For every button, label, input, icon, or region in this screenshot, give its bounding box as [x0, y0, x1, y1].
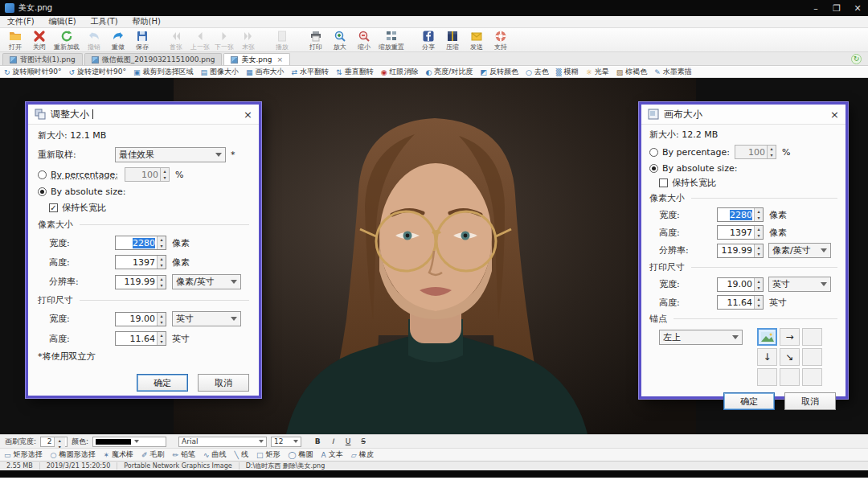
- print-button[interactable]: 打印: [304, 28, 328, 52]
- brush-tool[interactable]: ✐毛刷: [141, 449, 165, 460]
- sepia-button[interactable]: ▨棕褐色: [616, 67, 648, 77]
- font-size-dropdown[interactable]: 12: [271, 437, 301, 447]
- rotate-cw-button[interactable]: ↻旋转顺时针90°: [4, 67, 62, 77]
- image-size-button[interactable]: ▤图像大小: [201, 67, 240, 77]
- height-input[interactable]: 1397: [717, 225, 764, 240]
- percentage-spinner[interactable]: [767, 146, 776, 158]
- width-input[interactable]: 2280: [717, 207, 764, 222]
- anchor-cell-bottomright[interactable]: [802, 368, 822, 386]
- brush-width-input[interactable]: 2: [40, 437, 68, 447]
- curve-tool[interactable]: ∿曲线: [203, 449, 227, 460]
- line-tool[interactable]: ╲线: [235, 449, 248, 460]
- cancel-button[interactable]: 取消: [198, 374, 249, 392]
- ok-button[interactable]: 确定: [723, 392, 775, 410]
- zoom-reset-button[interactable]: 缩放重置: [376, 28, 407, 52]
- save-button[interactable]: 保存: [130, 28, 154, 52]
- print-height-spinner[interactable]: [754, 296, 763, 309]
- font-dropdown[interactable]: Arial: [178, 437, 267, 447]
- width-spinner[interactable]: [754, 208, 763, 221]
- width-input[interactable]: 2280: [115, 236, 166, 250]
- menu-tools[interactable]: 工具(T): [84, 16, 125, 27]
- rotate-ccw-button[interactable]: ↺旋转逆时针90°: [69, 67, 127, 77]
- color-dropdown[interactable]: [92, 437, 166, 447]
- menu-file[interactable]: 文件(F): [0, 16, 42, 27]
- resolution-input[interactable]: 119.99: [115, 275, 166, 289]
- canvas-size-button[interactable]: ▦画布大小: [246, 67, 285, 77]
- print-width-input[interactable]: 19.00: [115, 312, 166, 326]
- percentage-spinner[interactable]: [160, 168, 169, 181]
- anchor-cell-center[interactable]: ↘: [780, 348, 800, 366]
- magic-wand-tool[interactable]: ✶魔术棒: [103, 449, 133, 460]
- anchor-cell-topleft[interactable]: [757, 328, 777, 346]
- next-image-button[interactable]: 下一张: [212, 28, 236, 52]
- crop-button[interactable]: ▣裁剪到选择区域: [133, 67, 194, 77]
- keep-ratio-checkbox[interactable]: [49, 203, 58, 212]
- close-window-button[interactable]: ✕: [847, 0, 868, 16]
- height-input[interactable]: 1397: [115, 255, 166, 269]
- redo-button[interactable]: 重做: [106, 28, 130, 52]
- share-button[interactable]: 分享: [416, 28, 440, 52]
- desaturate-button[interactable]: ○去色: [526, 67, 549, 77]
- bold-button[interactable]: B: [312, 437, 323, 445]
- resize-dialog-titlebar[interactable]: 调整大小 ×: [28, 105, 259, 125]
- print-height-input[interactable]: 11.64: [717, 295, 764, 310]
- eraser-tool[interactable]: ▱橡皮: [351, 449, 374, 460]
- ellipse-select-tool[interactable]: ○椭圆形选择: [51, 449, 96, 460]
- menu-edit[interactable]: 编辑(E): [42, 16, 84, 27]
- flip-vertical-button[interactable]: ⇅垂直翻转: [336, 67, 374, 77]
- anchor-dropdown[interactable]: 左上: [659, 330, 743, 345]
- minimize-button[interactable]: –: [805, 0, 826, 16]
- print-width-unit-dropdown[interactable]: 英寸: [172, 311, 241, 326]
- percentage-input[interactable]: 100: [735, 145, 776, 159]
- anchor-cell-left[interactable]: ↓: [757, 348, 777, 366]
- print-width-spinner[interactable]: [754, 278, 763, 291]
- red-eye-button[interactable]: ◉红眼消除: [381, 67, 419, 77]
- invert-colors-button[interactable]: ◩反转颜色: [480, 67, 518, 77]
- brush-width-spinner[interactable]: [54, 437, 68, 446]
- print-height-input[interactable]: 11.64: [115, 331, 166, 346]
- by-absolute-radio[interactable]: [38, 187, 47, 196]
- open-button[interactable]: 打开: [3, 28, 27, 52]
- canvas-dialog-close-icon[interactable]: ×: [830, 109, 839, 121]
- resample-dropdown[interactable]: 最佳效果: [115, 147, 226, 162]
- support-button[interactable]: 支持: [489, 28, 513, 52]
- undo-button[interactable]: 撤销: [82, 28, 106, 52]
- flip-horizontal-button[interactable]: ⇄水平翻转: [292, 67, 330, 77]
- percentage-input[interactable]: 100: [125, 167, 170, 182]
- resolution-spinner[interactable]: [754, 244, 763, 257]
- brightness-contrast-button[interactable]: ◐亮度/对比度: [426, 67, 473, 77]
- tab-file-active[interactable]: 美女.png ×: [223, 53, 290, 65]
- resolution-unit-dropdown[interactable]: 像素/英寸: [768, 243, 831, 258]
- menu-help[interactable]: 帮助(H): [125, 16, 168, 27]
- by-absolute-radio[interactable]: [649, 164, 658, 173]
- first-image-button[interactable]: 首张: [164, 28, 188, 52]
- italic-button[interactable]: I: [327, 437, 338, 445]
- height-spinner[interactable]: [157, 256, 166, 269]
- width-spinner[interactable]: [157, 236, 166, 249]
- height-spinner[interactable]: [754, 226, 763, 239]
- pencil-tool[interactable]: ✏铅笔: [172, 449, 195, 460]
- tab-file-2[interactable]: 微信截图_20190321151000.png: [84, 53, 223, 65]
- print-width-unit-dropdown[interactable]: 英寸: [768, 277, 831, 292]
- ink-sketch-button[interactable]: ✎水墨素描: [654, 67, 692, 77]
- anchor-cell-topright[interactable]: [802, 328, 822, 346]
- close-file-button[interactable]: 关闭: [27, 28, 51, 52]
- by-percentage-radio[interactable]: [38, 170, 47, 179]
- send-button[interactable]: 发送: [465, 28, 489, 52]
- text-tool[interactable]: A文本: [321, 449, 343, 460]
- ok-button[interactable]: 确定: [137, 374, 188, 392]
- prev-image-button[interactable]: 上一张: [188, 28, 212, 52]
- glow-button[interactable]: ☼光晕: [586, 67, 609, 77]
- slideshow-button[interactable]: 播放: [270, 28, 294, 52]
- anchor-cell-right[interactable]: [802, 348, 822, 366]
- compress-button[interactable]: 压缩: [440, 28, 465, 52]
- strikethrough-button[interactable]: S: [358, 437, 369, 445]
- print-height-spinner[interactable]: [157, 332, 166, 345]
- underline-button[interactable]: U: [342, 437, 354, 445]
- zoom-in-button[interactable]: 放大: [328, 28, 352, 52]
- blur-button[interactable]: ▒模糊: [556, 67, 579, 77]
- tab-close-icon[interactable]: ×: [276, 55, 283, 64]
- rectangle-tool[interactable]: □矩形: [256, 449, 280, 460]
- maximize-button[interactable]: ❐: [826, 0, 847, 16]
- ellipse-tool[interactable]: ◯椭圆: [289, 449, 313, 460]
